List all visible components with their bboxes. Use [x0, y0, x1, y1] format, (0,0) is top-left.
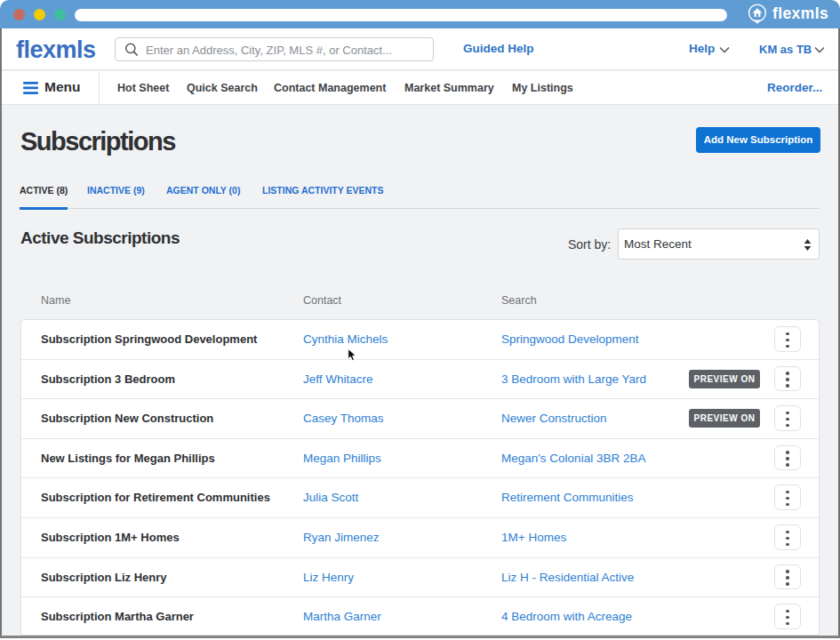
svg-text:flexmls: flexmls [772, 4, 828, 22]
